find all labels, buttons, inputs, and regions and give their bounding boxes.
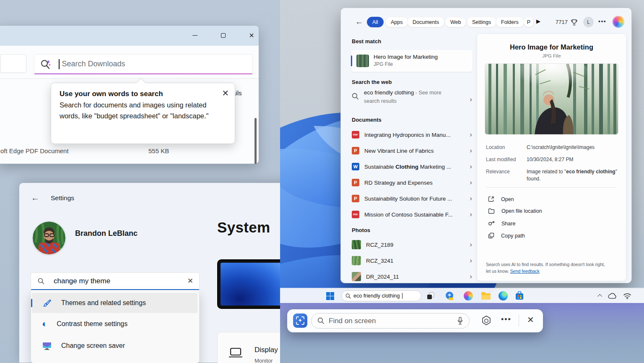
tab-folders[interactable]: Folders — [496, 17, 524, 27]
chevron-right-icon[interactable]: › — [470, 162, 472, 171]
photo-result[interactable]: DR_2024_11 › — [352, 269, 472, 284]
microphone-icon[interactable] — [457, 317, 463, 325]
task-view-button[interactable] — [426, 291, 436, 301]
tab-photos-partial[interactable]: P — [524, 17, 534, 27]
chevron-right-icon[interactable]: › — [470, 272, 472, 281]
taskbar: eco friendly clothing — [280, 288, 644, 303]
tab-label: P — [527, 19, 530, 25]
edge-icon — [499, 291, 508, 300]
search-icon — [345, 293, 351, 299]
tab-label: All — [372, 19, 378, 25]
pdf-file-icon — [352, 131, 359, 138]
send-feedback-link[interactable]: Send feedback — [510, 269, 540, 274]
start-button[interactable] — [325, 291, 335, 301]
divider — [519, 314, 519, 327]
suggestion-label: Contrast theme settings — [57, 320, 127, 328]
settings-search-value: change my theme — [54, 277, 110, 285]
suggestion-screensaver[interactable]: Change screen saver — [31, 335, 199, 357]
file-type-label: oft Edge PDF Document — [0, 147, 69, 154]
edge-browser-button[interactable] — [498, 291, 508, 301]
tab-all[interactable]: All — [367, 17, 384, 27]
web-search-result[interactable]: eco friendly clothing - See more search … — [352, 89, 472, 111]
chevron-right-icon[interactable]: › — [470, 178, 472, 187]
task-view-icon — [426, 292, 435, 300]
explorer-search-placeholder: Search Downloads — [62, 60, 125, 68]
spatial-hexagon-icon[interactable] — [481, 315, 492, 326]
find-on-screen-input[interactable]: Find on screen — [311, 313, 470, 329]
document-result[interactable]: RD Strategy and Expenses › — [352, 175, 472, 190]
tab-web[interactable]: Web — [445, 17, 466, 27]
file-list-row[interactable]: oft Edge PDF Document 555 KB — [0, 147, 257, 154]
tab-label: Apps — [391, 19, 403, 25]
taskbar-search-box[interactable]: eco friendly clothing — [341, 290, 421, 301]
document-result[interactable]: Sustainable Clothing Marketing ... › — [352, 159, 472, 174]
store-app-button[interactable] — [514, 291, 525, 301]
paint-preview-app-button[interactable] — [444, 291, 454, 301]
chevron-right-icon[interactable]: › — [470, 131, 472, 139]
copilot-icon — [464, 291, 473, 300]
rewards-icon[interactable] — [571, 19, 578, 26]
windows-start-icon — [326, 292, 334, 300]
tab-label: Settings — [472, 19, 491, 25]
system-page-title: System — [217, 219, 270, 236]
tab-apps[interactable]: Apps — [385, 17, 408, 27]
tooltip-close-icon[interactable]: ✕ — [222, 88, 229, 98]
document-title: Sustainable Clothing Marketing ... — [364, 164, 451, 170]
tray-chevron-up-icon[interactable] — [597, 294, 602, 299]
file-explorer-button[interactable] — [481, 291, 491, 301]
document-result[interactable]: Mission of Contoso Sustainable F... › — [352, 207, 472, 222]
account-initial: L — [587, 19, 590, 25]
settings-search-input[interactable]: change my theme ✕ — [31, 272, 200, 290]
user-avatar[interactable] — [33, 222, 65, 254]
suggestion-themes[interactable]: Themes and related settings — [32, 293, 197, 313]
onedrive-cloud-icon[interactable] — [608, 293, 617, 299]
document-result[interactable]: New Vibrant Line of Fabrics › — [352, 144, 472, 158]
tab-documents[interactable]: Documents — [407, 17, 444, 27]
close-icon[interactable]: ✕ — [527, 315, 534, 325]
document-result[interactable]: Integrating Hydroponics in Manu... › — [352, 128, 472, 142]
text-caret — [59, 59, 60, 69]
back-arrow-icon[interactable]: ← — [355, 17, 363, 26]
screen-search-icon[interactable] — [293, 313, 307, 328]
windows-search-flyout: ← All Apps Documents Web Settings Folder… — [340, 8, 632, 283]
chevron-right-icon[interactable]: › — [470, 256, 472, 265]
more-options-icon[interactable]: ••• — [598, 18, 606, 25]
action-copy-path[interactable]: Copy path — [488, 232, 525, 239]
photo-result[interactable]: RCZ_2189 › — [352, 238, 472, 252]
tab-settings[interactable]: Settings — [467, 17, 496, 27]
result-thumbnail — [356, 55, 369, 67]
web-query: eco friendly clothing — [364, 89, 414, 96]
disclaimer-text: Search uses AI to find results. If somet… — [486, 262, 605, 274]
user-name: Brandon LeBlanc — [75, 229, 138, 238]
action-open[interactable]: Open — [488, 196, 514, 202]
back-arrow-icon[interactable]: ← — [31, 193, 39, 203]
photo-result[interactable]: RCZ_3241 › — [352, 253, 472, 268]
chevron-right-icon[interactable]: › — [470, 146, 472, 155]
chevron-right-icon[interactable]: › — [470, 240, 472, 249]
minimize-button[interactable] — [189, 30, 201, 41]
explorer-scrollbar[interactable] — [254, 118, 257, 164]
photo-title: RCZ_3241 — [366, 258, 393, 264]
meta-label: Relevance — [486, 168, 527, 183]
document-result[interactable]: Sustainability Solution for Future ... › — [352, 191, 472, 206]
tabs-overflow-icon[interactable]: ▶ — [536, 18, 540, 24]
search-icon — [38, 278, 44, 285]
meta-value: 10/30/2024, 8:27 PM — [527, 156, 573, 163]
chevron-right-icon[interactable]: › — [470, 95, 472, 104]
more-options-icon[interactable]: ••• — [501, 315, 512, 324]
clear-search-icon[interactable]: ✕ — [187, 277, 193, 285]
maximize-button[interactable] — [217, 30, 229, 41]
explorer-toolbar-stub[interactable] — [0, 54, 26, 73]
copilot-app-button[interactable] — [463, 291, 473, 301]
chevron-right-icon[interactable]: › — [470, 210, 472, 219]
chevron-right-icon[interactable]: › — [470, 194, 472, 203]
action-open-file-location[interactable]: Open file location — [488, 208, 542, 214]
explorer-search-input[interactable]: Search Downloads — [34, 54, 253, 74]
account-avatar[interactable]: L — [583, 17, 594, 27]
action-share[interactable]: Share — [488, 220, 515, 227]
close-button[interactable]: × — [245, 30, 258, 41]
suggestion-contrast[interactable]: ◐ Contrast theme settings — [31, 313, 199, 335]
copilot-icon[interactable] — [613, 16, 624, 28]
wifi-icon[interactable] — [623, 293, 631, 299]
best-match-result[interactable]: Hero Image for Marketing JPG File — [351, 50, 473, 72]
